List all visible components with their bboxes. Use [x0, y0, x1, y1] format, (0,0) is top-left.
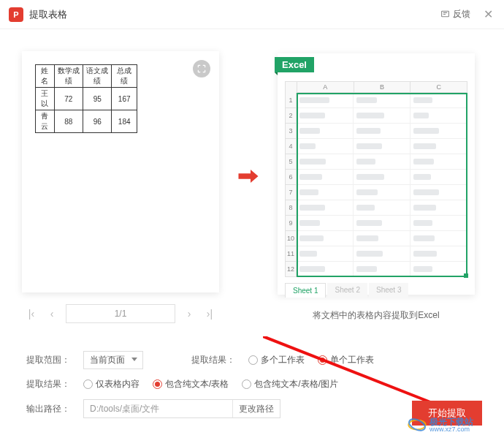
- row-header: 8: [285, 200, 297, 216]
- excel-row: 12: [285, 262, 467, 277]
- th-math: 数学成绩: [54, 65, 83, 88]
- scope-select[interactable]: 当前页面: [83, 351, 143, 369]
- table-row: 青云 88 96 184: [36, 110, 137, 133]
- excel-preview: Excel A B C 123456789101112 Sheet 1 Shee…: [278, 53, 475, 295]
- pager-input[interactable]: [66, 304, 175, 323]
- expand-icon: [196, 64, 207, 74]
- radio-text-table-image[interactable]: 包含纯文本/表格/图片: [242, 378, 338, 390]
- row-header: 10: [285, 231, 297, 246]
- th-name: 姓名: [36, 65, 55, 88]
- excel-row: 5: [285, 154, 467, 170]
- app-logo: P: [9, 7, 23, 22]
- feedback-icon: [440, 10, 450, 19]
- row-header: 2: [285, 108, 297, 124]
- excel-row: 7: [285, 185, 467, 200]
- output-label: 输出路径：: [26, 403, 70, 415]
- excel-row: 9: [285, 216, 467, 231]
- excel-row: 10: [285, 231, 467, 246]
- th-total: 总成绩: [112, 65, 137, 88]
- row-header: 3: [285, 124, 297, 139]
- sheet-tab-3[interactable]: Sheet 3: [369, 283, 408, 298]
- window-title: 提取表格: [29, 8, 67, 21]
- caption: 将文档中的表格内容提取到Excel: [278, 309, 475, 322]
- expand-preview-button[interactable]: [193, 60, 210, 78]
- row-header: 5: [285, 154, 297, 170]
- col-header: C: [410, 81, 467, 93]
- excel-row: 1: [285, 93, 467, 108]
- close-button[interactable]: ✕: [481, 7, 495, 21]
- excel-row: 11: [285, 246, 467, 262]
- excel-tag: Excel: [275, 57, 314, 72]
- extract-button[interactable]: 开始提取: [412, 401, 482, 426]
- row-header: 4: [285, 139, 297, 154]
- row-header: 12: [285, 262, 297, 277]
- resultA-label: 提取结果：: [191, 354, 235, 366]
- sheet-tab-2[interactable]: Sheet 2: [327, 283, 367, 298]
- row-header: 11: [285, 246, 297, 262]
- pager-last-button[interactable]: ›|: [203, 308, 216, 320]
- excel-row: 4: [285, 139, 467, 154]
- th-chinese: 语文成绩: [83, 65, 112, 88]
- row-header: 9: [285, 216, 297, 231]
- document-preview: 姓名 数学成绩 语文成绩 总成绩 王以 72 95 167 青云 88 96 1…: [22, 51, 219, 292]
- row-header: 6: [285, 170, 297, 185]
- col-header: B: [354, 81, 411, 93]
- output-path: D:/tools/桌面/文件: [84, 403, 232, 415]
- table-row: 王以 72 95 167: [36, 88, 137, 110]
- pager-prev-button[interactable]: ‹: [45, 308, 58, 320]
- radio-multiple-sheets[interactable]: 多个工作表: [248, 354, 305, 366]
- feedback-button[interactable]: 反馈: [440, 8, 470, 20]
- excel-row: 2: [285, 108, 467, 124]
- row-header: 1: [285, 93, 297, 108]
- col-header: A: [297, 81, 354, 93]
- sheet-tab-1[interactable]: Sheet 1: [285, 283, 326, 298]
- arrow-icon: [234, 167, 263, 185]
- excel-row: 6: [285, 170, 467, 185]
- pager-next-button[interactable]: ›: [183, 308, 196, 320]
- excel-row: 3: [285, 124, 467, 139]
- pager-first-button[interactable]: |‹: [25, 308, 38, 320]
- preview-table: 姓名 数学成绩 语文成绩 总成绩 王以 72 95 167 青云 88 96 1…: [35, 64, 137, 133]
- excel-row: 8: [285, 200, 467, 216]
- scope-label: 提取范围：: [26, 354, 70, 366]
- pager: |‹ ‹ › ›|: [22, 304, 219, 323]
- resultB-label: 提取结果：: [26, 378, 70, 390]
- change-path-button[interactable]: 更改路径: [232, 400, 280, 417]
- radio-table-only[interactable]: 仅表格内容: [83, 378, 140, 390]
- feedback-label: 反馈: [453, 8, 470, 20]
- radio-text-table[interactable]: 包含纯文本/表格: [153, 378, 229, 390]
- radio-single-sheet[interactable]: 单个工作表: [318, 354, 374, 366]
- row-header: 7: [285, 185, 297, 200]
